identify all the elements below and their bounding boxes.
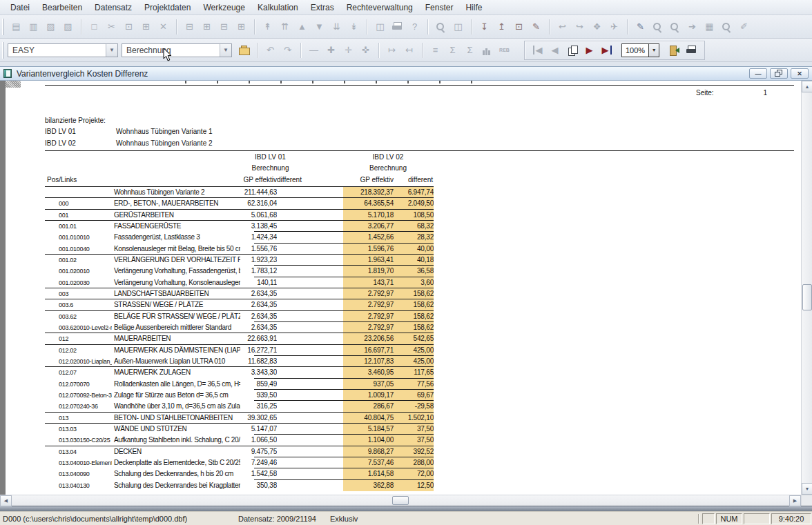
cell-pos: 012.070070 <box>45 379 112 390</box>
sum-icon[interactable]: Σ <box>461 41 478 59</box>
annotate-icon[interactable]: ✐ <box>735 18 753 35</box>
protocol-icon[interactable]: ▥ <box>25 18 42 35</box>
open-report-icon[interactable] <box>235 41 253 59</box>
menu-kalkulation[interactable]: Kalkulation <box>251 0 304 14</box>
remove-position-icon[interactable]: ― <box>305 41 322 59</box>
zoom-record-icon[interactable] <box>649 18 666 35</box>
doc-transfer-icon[interactable]: ➔ <box>684 18 701 35</box>
chevron-down-icon[interactable]: ▼ <box>648 44 659 57</box>
first-record-icon[interactable]: ↟ <box>259 18 276 35</box>
scroll-up-icon[interactable]: ▲ <box>802 81 812 92</box>
report-design-icon[interactable]: ▤ <box>8 18 25 35</box>
scroll-right-icon[interactable]: ▶ <box>789 495 801 506</box>
status-panel-empty <box>702 513 715 524</box>
help-icon[interactable]: ? <box>406 18 423 35</box>
page-number-label: Seite: <box>696 89 714 97</box>
last-record-icon[interactable]: ↡ <box>345 18 362 35</box>
table-row: 012.07MAUERWERK ZULAGEN3.343,303.460,951… <box>45 367 434 378</box>
chevron-down-icon[interactable]: ▼ <box>106 44 117 57</box>
first-page-icon[interactable]: ◀ <box>529 41 546 59</box>
page-up-icon[interactable]: ⇈ <box>276 18 293 35</box>
toolbar-grip[interactable] <box>2 19 4 35</box>
document-window-titlebar[interactable]: Variantenvergleich Kosten Differenz —✕ <box>0 66 812 81</box>
chart-icon[interactable] <box>478 41 496 59</box>
last-page-icon[interactable]: ▶ <box>598 41 615 59</box>
export-data-icon[interactable]: ↥ <box>493 18 510 35</box>
catalog-icon[interactable]: ▨ <box>59 18 77 35</box>
edit-zoom-icon[interactable]: ✎ <box>632 18 649 35</box>
table-view-icon[interactable]: ▦ <box>701 18 718 35</box>
view-combobox[interactable]: Berechnung ▼ <box>122 43 232 57</box>
promote-icon[interactable]: ↤ <box>400 41 418 59</box>
print-report-icon[interactable] <box>683 41 700 59</box>
reb-icon[interactable]: REB <box>496 41 513 59</box>
search-icon[interactable] <box>432 18 450 35</box>
image-icon[interactable]: ▧ <box>42 18 59 35</box>
tree-paste-icon[interactable]: ⊞ <box>233 18 250 35</box>
zoom-combobox[interactable]: 100% ▼ <box>621 43 659 57</box>
split-view-icon[interactable]: ◫ <box>450 18 467 35</box>
profile-combobox[interactable]: EASY ▼ <box>8 43 118 57</box>
minimize-button[interactable]: — <box>749 68 767 79</box>
horizontal-scrollbar-thumb[interactable] <box>392 496 409 505</box>
move-position-icon[interactable]: ✜ <box>357 41 374 59</box>
menu-werkzeuge[interactable]: Werkzeuge <box>197 0 251 14</box>
tree-insert-icon[interactable]: ⊟ <box>181 18 198 35</box>
menu-datensatz[interactable]: Datensatz <box>88 0 138 14</box>
record-up-icon[interactable]: ▲ <box>293 18 311 35</box>
restore-icon <box>774 70 784 78</box>
redo-icon[interactable]: ↷ <box>279 41 296 59</box>
column-sub-lv01: Berechnung <box>240 164 300 172</box>
restore-button[interactable] <box>770 68 788 79</box>
copy-pages-icon[interactable] <box>563 41 581 59</box>
chevron-down-icon[interactable]: ▼ <box>220 44 231 57</box>
undo-icon[interactable]: ↶ <box>262 41 279 59</box>
menu-bearbeiten[interactable]: Bearbeiten <box>36 0 88 14</box>
partial-sum-icon[interactable]: Σ <box>444 41 461 59</box>
tree-level-icon[interactable]: ⊟ <box>215 18 233 35</box>
back-icon[interactable]: ↩ <box>554 18 571 35</box>
toolbar-grip[interactable] <box>2 42 4 59</box>
record-down-icon[interactable]: ▼ <box>311 18 328 35</box>
zoom-select-icon[interactable] <box>718 18 735 35</box>
cell-gp1: 211.444,63 <box>240 187 277 198</box>
horizontal-scrollbar[interactable]: ◀ ▶ <box>0 495 801 506</box>
close-button[interactable]: ✕ <box>791 68 809 79</box>
paste-icon[interactable]: ⊞ <box>137 18 155 35</box>
send-icon[interactable]: ✈ <box>606 18 623 35</box>
new-record-icon[interactable]: □ <box>86 18 103 35</box>
report-page[interactable]: Seite: 1 bilanzierte Projekte: IBD LV 01… <box>6 81 801 495</box>
copy-report-icon[interactable]: ⊡ <box>510 18 528 35</box>
print-icon[interactable] <box>389 18 406 35</box>
page-navigation-group: ◀◀▶▶ 100% ▼ <box>524 41 705 60</box>
close-preview-icon[interactable] <box>666 41 683 59</box>
form-view-icon[interactable]: ◫ <box>371 18 389 35</box>
demote-icon[interactable]: ↦ <box>383 41 400 59</box>
copy-icon[interactable]: ⊡ <box>120 18 137 35</box>
tile-windows-icon[interactable]: ❖ <box>588 18 606 35</box>
edit-report-icon[interactable]: ✎ <box>528 18 545 35</box>
menu-extras[interactable]: Extras <box>304 0 340 14</box>
vertical-scrollbar[interactable]: ▲ ▼ <box>801 81 812 495</box>
page-down-icon[interactable]: ⇊ <box>328 18 345 35</box>
menu-fenster[interactable]: Fenster <box>419 0 460 14</box>
zoom-page-icon[interactable] <box>666 18 684 35</box>
forward-icon[interactable]: ↪ <box>571 18 588 35</box>
prev-page-icon[interactable]: ◀ <box>546 41 563 59</box>
menu-projektdaten[interactable]: Projektdaten <box>138 0 197 14</box>
scroll-down-icon[interactable]: ▼ <box>802 483 812 495</box>
delete-icon[interactable]: ✕ <box>155 18 172 35</box>
import-data-icon[interactable]: ↧ <box>476 18 493 35</box>
vertical-scrollbar-thumb[interactable] <box>802 284 812 310</box>
add-anchor-icon[interactable]: ✚ <box>322 41 340 59</box>
menu-rechteverwaltung[interactable]: Rechteverwaltung <box>340 0 419 14</box>
scroll-left-icon[interactable]: ◀ <box>0 495 12 506</box>
next-page-icon[interactable]: ▶ <box>581 41 598 59</box>
menu-datei[interactable]: Datei <box>4 0 36 14</box>
cut-icon[interactable]: ✂ <box>103 18 120 35</box>
menu-hilfe[interactable]: Hilfe <box>459 0 488 14</box>
tree-copy-icon[interactable]: ⊞ <box>198 18 215 35</box>
column-different-lv02: different <box>394 176 433 184</box>
outline-list-icon[interactable]: ≡ <box>427 41 444 59</box>
insert-position-icon[interactable]: ✛ <box>340 41 357 59</box>
